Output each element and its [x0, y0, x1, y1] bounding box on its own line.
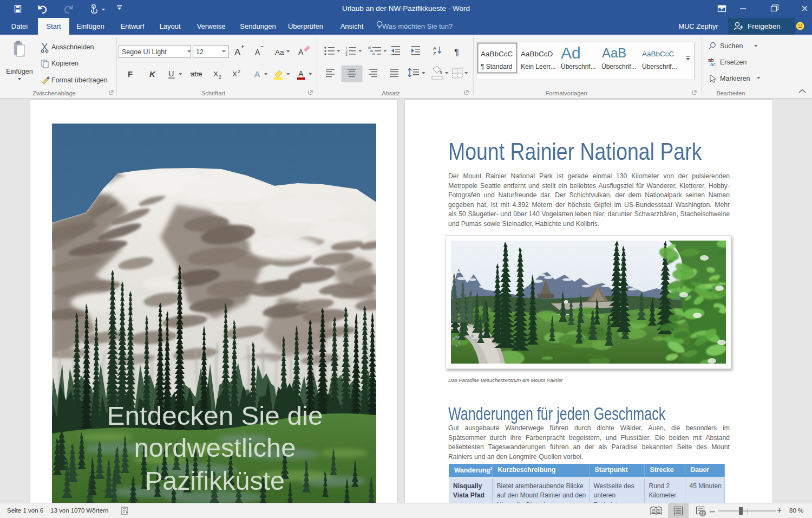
svg-text:X: X — [213, 70, 218, 78]
svg-text:¶: ¶ — [454, 47, 459, 57]
svg-text:3: 3 — [345, 53, 348, 56]
svg-text:Markieren: Markieren — [720, 75, 750, 82]
svg-text:AaBbCcC: AaBbCcC — [642, 50, 675, 58]
svg-text:12: 12 — [196, 48, 204, 56]
svg-text:Absatz: Absatz — [382, 90, 400, 96]
svg-text:Kein Leerr...: Kein Leerr... — [521, 63, 556, 70]
svg-text:Einfügen: Einfügen — [6, 68, 32, 75]
svg-text:nordwestliche: nordwestliche — [134, 433, 296, 462]
svg-text:Segoe UI Light: Segoe UI Light — [122, 48, 167, 56]
svg-text:Suchen: Suchen — [720, 42, 743, 50]
svg-text:AaBbCcD: AaBbCcD — [521, 50, 553, 58]
svg-text:Freigeben: Freigeben — [748, 22, 781, 30]
svg-text:¶ Standard: ¶ Standard — [481, 63, 512, 70]
svg-text:Überschrif...: Überschrif... — [561, 63, 596, 70]
svg-text:Pazifikküste: Pazifikküste — [145, 467, 285, 495]
svg-text:2: 2 — [238, 69, 240, 74]
svg-text:ac: ac — [710, 61, 716, 67]
svg-text:Ausschneiden: Ausschneiden — [51, 43, 94, 51]
svg-text:K: K — [149, 69, 156, 79]
svg-text:F: F — [128, 69, 133, 79]
svg-text:Aa: Aa — [275, 48, 284, 56]
svg-text:AaBbCcC: AaBbCcC — [481, 50, 513, 58]
svg-text:Überschrif...: Überschrif... — [601, 63, 637, 70]
svg-text:abe: abe — [191, 70, 202, 78]
svg-text:2: 2 — [219, 74, 221, 80]
svg-text:Zwischenablage: Zwischenablage — [32, 90, 76, 96]
svg-text:Formatvorlagen: Formatvorlagen — [545, 90, 587, 96]
svg-text:Entdecken Sie die: Entdecken Sie die — [107, 402, 323, 430]
svg-text:Ersetzen: Ersetzen — [720, 59, 746, 66]
svg-text:Z: Z — [433, 51, 436, 56]
svg-text:U: U — [168, 69, 174, 78]
svg-text:Kopieren: Kopieren — [51, 60, 78, 67]
svg-text:A: A — [298, 69, 304, 78]
svg-text:A: A — [433, 46, 436, 51]
svg-text:AaB: AaB — [602, 46, 626, 60]
svg-text:A: A — [234, 47, 241, 57]
svg-text:Schriftart: Schriftart — [201, 90, 225, 96]
svg-text:Format übertragen: Format übertragen — [51, 76, 108, 84]
svg-text:Bearbeiten: Bearbeiten — [716, 90, 745, 96]
svg-text:A: A — [255, 48, 260, 56]
svg-text:A: A — [254, 69, 260, 79]
svg-text:Ad: Ad — [561, 44, 581, 62]
svg-text:X: X — [232, 70, 237, 78]
svg-text:Überschrif...: Überschrif... — [642, 63, 677, 70]
svg-text:A: A — [298, 48, 304, 56]
